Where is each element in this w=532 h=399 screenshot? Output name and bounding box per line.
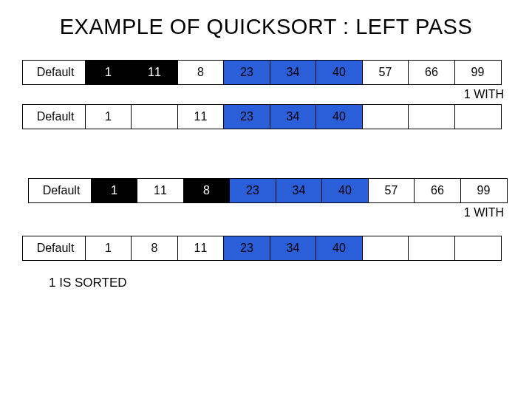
array-row-3: Default 1 11 8 23 34 40 57 66 99 xyxy=(28,178,510,203)
array-cell xyxy=(408,236,455,261)
array-cell xyxy=(362,104,409,129)
array-cell: 66 xyxy=(414,178,461,203)
array-cell: 34 xyxy=(270,236,317,261)
array-cell: 40 xyxy=(321,178,369,203)
array-cell: 11 xyxy=(137,178,184,203)
array-cell: 40 xyxy=(316,60,363,85)
array-cell: 99 xyxy=(460,178,508,203)
note-with-2: 1 WITH xyxy=(22,206,510,219)
array-row-1: Default 1 11 8 23 34 40 57 66 99 xyxy=(22,60,510,85)
array-cell: 57 xyxy=(362,60,409,85)
note-with-1: 1 WITH xyxy=(22,88,510,101)
array-cell: 57 xyxy=(368,178,415,203)
array-cell: 34 xyxy=(276,178,323,203)
array-cell: 40 xyxy=(316,236,363,261)
array-cell: 99 xyxy=(454,60,502,85)
array-cell: 1 xyxy=(91,178,138,203)
array-cell: 34 xyxy=(270,104,317,129)
array-cell: 23 xyxy=(223,104,270,129)
row-label: Default xyxy=(22,60,86,85)
note-sorted: 1 IS SORTED xyxy=(49,276,510,290)
array-cell: 11 xyxy=(131,60,178,85)
array-cell: 8 xyxy=(183,178,231,203)
array-cell: 66 xyxy=(408,60,455,85)
array-cell: 23 xyxy=(229,178,276,203)
array-cell: 1 xyxy=(85,236,132,261)
array-cell: 40 xyxy=(316,104,363,129)
array-cell xyxy=(454,236,502,261)
array-cell: 1 xyxy=(85,104,132,129)
array-cell: 23 xyxy=(223,60,270,85)
array-cell: 8 xyxy=(131,236,178,261)
array-row-4: Default 1 8 11 23 34 40 xyxy=(22,236,510,261)
array-cell: 8 xyxy=(177,60,225,85)
array-cell xyxy=(362,236,409,261)
array-cell: 23 xyxy=(223,236,270,261)
array-row-2: Default 1 11 23 34 40 xyxy=(22,104,510,129)
page-title: EXAMPLE OF QUICKSORT : LEFT PASS xyxy=(22,15,510,39)
row-label: Default xyxy=(22,236,86,261)
array-cell: 34 xyxy=(270,60,317,85)
row-label: Default xyxy=(28,178,92,203)
row-label: Default xyxy=(22,104,86,129)
array-cell: 1 xyxy=(85,60,132,85)
array-cell: 11 xyxy=(177,104,225,129)
array-cell xyxy=(131,104,178,129)
array-cell xyxy=(408,104,455,129)
array-cell xyxy=(454,104,502,129)
array-cell: 11 xyxy=(177,236,225,261)
